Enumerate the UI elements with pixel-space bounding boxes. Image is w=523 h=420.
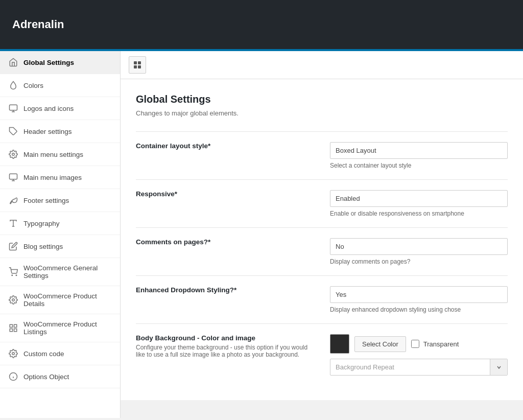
svg-rect-16 bbox=[14, 329, 17, 332]
svg-rect-15 bbox=[10, 329, 12, 332]
svg-rect-23 bbox=[134, 65, 137, 68]
gear3-icon bbox=[8, 348, 18, 359]
setting-row-container-layout: Container layout style*Boxed LayoutFull … bbox=[136, 131, 508, 179]
transparent-row: Transparent bbox=[411, 340, 459, 348]
sidebar-item-footer-settings[interactable]: Footer settings bbox=[0, 189, 120, 212]
setting-select-responsive[interactable]: EnabledDisabled bbox=[330, 190, 508, 207]
setting-select-enhanced-dropdown[interactable]: YesNo bbox=[330, 286, 508, 303]
sidebar-item-label-colors: Colors bbox=[23, 82, 43, 89]
list-icon bbox=[8, 323, 18, 333]
sidebar-item-label-global-settings: Global Settings bbox=[23, 59, 74, 66]
setting-help-enhanced-dropdown: Display enhanced dropdown styling using … bbox=[330, 306, 508, 313]
settings-rows: Container layout style*Boxed LayoutFull … bbox=[136, 131, 508, 386]
gear2-icon bbox=[8, 295, 18, 305]
sidebar-item-blog-settings[interactable]: Blog settings bbox=[0, 235, 120, 258]
sidebar-item-label-options-object: Options Object bbox=[23, 373, 69, 381]
setting-control-col-comments-on-pages: NoYesDisplay comments on pages? bbox=[330, 238, 508, 265]
drop-icon bbox=[8, 80, 18, 90]
tag-icon bbox=[8, 126, 18, 136]
main-content: Global Settings Changes to major global … bbox=[121, 51, 523, 418]
sidebar-item-label-main-menu-settings: Main menu settings bbox=[23, 151, 83, 158]
monitor-icon bbox=[8, 103, 18, 113]
sidebar-item-colors[interactable]: Colors bbox=[0, 74, 120, 97]
setting-label-col-container-layout: Container layout style* bbox=[136, 142, 315, 150]
sidebar-item-options-object[interactable]: Options Object bbox=[0, 365, 120, 388]
setting-desc-body-background: Configure your theme background - use th… bbox=[136, 344, 315, 358]
page-subtitle: Changes to major global elements. bbox=[136, 109, 508, 117]
setting-select-comments-on-pages[interactable]: NoYes bbox=[330, 238, 508, 255]
svg-point-11 bbox=[16, 275, 17, 276]
svg-rect-24 bbox=[138, 65, 141, 68]
sidebar-item-label-woocommerce-product-listings: WooCommerce Product Listings bbox=[23, 320, 112, 336]
monitor2-icon bbox=[8, 172, 18, 182]
sidebar-item-main-menu-images[interactable]: Main menu images bbox=[0, 166, 120, 189]
sidebar-item-typography[interactable]: Typography bbox=[0, 212, 120, 235]
setting-label-col-body-background: Body Background - Color and imageConfigu… bbox=[136, 334, 315, 358]
setting-select-container-layout[interactable]: Boxed LayoutFull Width bbox=[330, 142, 508, 159]
setting-control-col-responsive: EnabledDisabledEnable or disable respons… bbox=[330, 190, 508, 217]
setting-row-body-background: Body Background - Color and imageConfigu… bbox=[136, 323, 508, 386]
sidebar-item-label-blog-settings: Blog settings bbox=[23, 243, 63, 250]
leaf-icon bbox=[8, 195, 18, 205]
sidebar-item-label-woocommerce-product-details: WooCommerce Product Details bbox=[23, 292, 112, 308]
sidebar-item-label-typography: Typography bbox=[23, 220, 60, 227]
home-icon bbox=[8, 57, 18, 67]
svg-rect-14 bbox=[14, 324, 17, 327]
setting-label-responsive: Responsive* bbox=[136, 190, 315, 198]
setting-help-responsive: Enable or disable responsiveness on smar… bbox=[330, 210, 508, 217]
sidebar-item-label-logos-icons: Logos and icons bbox=[23, 105, 74, 112]
text-icon bbox=[8, 218, 18, 228]
sidebar: Global SettingsColorsLogos and iconsHead… bbox=[0, 51, 121, 418]
svg-rect-5 bbox=[10, 174, 17, 179]
transparent-checkbox[interactable] bbox=[411, 340, 419, 348]
sidebar-item-global-settings[interactable]: Global Settings bbox=[0, 51, 120, 74]
color-row: Select ColorTransparent bbox=[330, 334, 508, 354]
select-color-button[interactable]: Select Color bbox=[354, 336, 406, 352]
svg-point-4 bbox=[12, 153, 15, 156]
sidebar-item-label-custom-code: Custom code bbox=[23, 350, 64, 358]
svg-point-12 bbox=[12, 299, 15, 301]
main-toolbar bbox=[121, 51, 523, 79]
sidebar-item-woocommerce-general[interactable]: WooCommerce General Settings bbox=[0, 258, 120, 286]
setting-control-col-enhanced-dropdown: YesNoDisplay enhanced dropdown styling u… bbox=[330, 286, 508, 313]
pencil-icon bbox=[8, 241, 18, 251]
sidebar-item-label-main-menu-images: Main menu images bbox=[23, 174, 82, 181]
setting-control-col-container-layout: Boxed LayoutFull WidthSelect a container… bbox=[330, 142, 508, 169]
sidebar-item-label-footer-settings: Footer settings bbox=[23, 197, 69, 204]
sidebar-item-custom-code[interactable]: Custom code bbox=[0, 342, 120, 365]
setting-help-container-layout: Select a container layout style bbox=[330, 162, 508, 169]
sidebar-item-label-header-settings: Header settings bbox=[23, 128, 72, 135]
sidebar-item-header-settings[interactable]: Header settings bbox=[0, 120, 120, 143]
top-bar: Adrenalin bbox=[0, 0, 523, 51]
setting-row-responsive: Responsive*EnabledDisabledEnable or disa… bbox=[136, 179, 508, 227]
svg-rect-13 bbox=[10, 324, 12, 327]
svg-point-10 bbox=[12, 275, 13, 276]
gear-icon bbox=[8, 149, 18, 159]
info-icon bbox=[8, 371, 18, 382]
transparent-label: Transparent bbox=[423, 340, 459, 348]
sidebar-item-woocommerce-product-listings[interactable]: WooCommerce Product Listings bbox=[0, 314, 120, 342]
background-repeat-dropdown-arrow[interactable] bbox=[490, 359, 507, 375]
color-swatch[interactable] bbox=[330, 334, 349, 354]
cart-icon bbox=[8, 267, 18, 277]
app-title: Adrenalin bbox=[12, 18, 64, 31]
sidebar-item-woocommerce-product-details[interactable]: WooCommerce Product Details bbox=[0, 286, 120, 314]
setting-label-col-comments-on-pages: Comments on pages?* bbox=[136, 238, 315, 246]
background-repeat-select[interactable]: Background RepeatNo RepeatRepeatRepeat X… bbox=[330, 359, 490, 375]
setting-help-comments-on-pages: Display comments on pages? bbox=[330, 258, 508, 265]
setting-label-comments-on-pages: Comments on pages?* bbox=[136, 238, 315, 246]
setting-control-col-body-background: Select ColorTransparentBackground Repeat… bbox=[330, 334, 508, 376]
toolbar-grid-button[interactable] bbox=[129, 56, 146, 74]
sidebar-item-logos-icons[interactable]: Logos and icons bbox=[0, 97, 120, 120]
setting-row-enhanced-dropdown: Enhanced Dropdown Styling?*YesNoDisplay … bbox=[136, 275, 508, 323]
background-repeat-select-wrapper: Background RepeatNo RepeatRepeatRepeat X… bbox=[330, 359, 508, 376]
setting-label-col-enhanced-dropdown: Enhanced Dropdown Styling?* bbox=[136, 286, 315, 294]
setting-row-comments-on-pages: Comments on pages?*NoYesDisplay comments… bbox=[136, 227, 508, 275]
sidebar-item-label-woocommerce-general: WooCommerce General Settings bbox=[23, 264, 112, 279]
svg-point-17 bbox=[12, 353, 15, 355]
svg-rect-0 bbox=[10, 105, 17, 110]
sidebar-item-main-menu-settings[interactable]: Main menu settings bbox=[0, 143, 120, 166]
page-title: Global Settings bbox=[136, 94, 508, 105]
setting-label-container-layout: Container layout style* bbox=[136, 142, 315, 150]
svg-rect-22 bbox=[138, 61, 141, 64]
